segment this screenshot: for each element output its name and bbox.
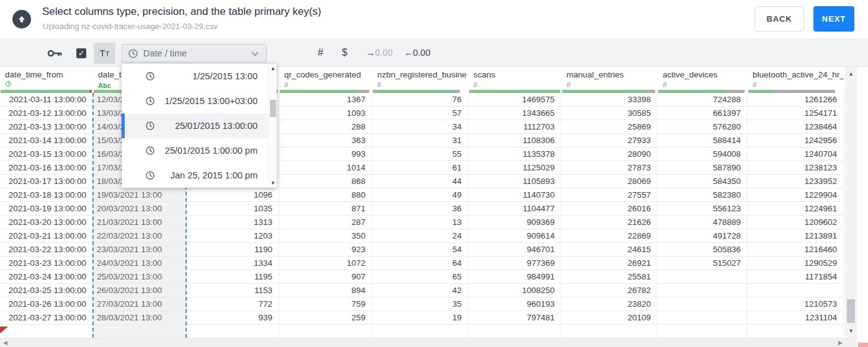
cell[interactable]: 49 [372, 188, 468, 201]
column-header-qr_codes_generated[interactable]: qr_codes_generated# [279, 67, 372, 90]
cell[interactable]: 1195 [186, 270, 279, 283]
cell[interactable]: 1231104 [748, 311, 844, 324]
cell[interactable]: 515027 [658, 257, 748, 270]
cell[interactable]: 27557 [562, 188, 658, 201]
cell[interactable]: 1367 [279, 93, 372, 106]
cell[interactable]: 923 [279, 243, 372, 256]
cell[interactable]: 259 [279, 311, 372, 324]
cell[interactable]: 2021-03-16 13:00:00 [0, 161, 93, 174]
cell[interactable]: 76 [372, 93, 468, 106]
cell[interactable]: 478889 [658, 216, 748, 229]
cell[interactable]: 880 [279, 188, 372, 201]
cell[interactable]: 909369 [468, 216, 562, 229]
cell[interactable]: 584350 [658, 175, 748, 188]
vertical-scrollbar[interactable]: ▲ ▼ [845, 67, 857, 338]
cell[interactable]: 1140730 [468, 188, 562, 201]
cell[interactable]: 26782 [562, 284, 658, 297]
cell[interactable]: 23820 [562, 297, 658, 310]
cell[interactable]: 23/03/2021 13:00 [93, 243, 186, 256]
cell[interactable]: 960193 [468, 297, 562, 310]
cell[interactable]: 2021-03-23 13:00:00 [0, 257, 93, 270]
cell[interactable]: 1242956 [748, 134, 844, 147]
dropdown-item[interactable]: 1/25/2015 13:00+03:00 [122, 89, 268, 113]
cell[interactable]: 2021-03-17 13:00:00 [0, 175, 93, 188]
cell[interactable]: 57 [372, 107, 468, 120]
cell[interactable]: 1233952 [748, 175, 844, 188]
cell[interactable]: 1224961 [748, 202, 844, 215]
column-header-active_devices[interactable]: active_devices# [658, 67, 748, 90]
column-header-nzbn_registered_busine[interactable]: nzbn_registered_busine# [372, 67, 468, 90]
decrease-decimal-icon[interactable]: ←0.00 [404, 39, 431, 66]
cell[interactable]: 1213891 [748, 229, 844, 242]
cell[interactable]: 909614 [468, 229, 562, 242]
cell[interactable]: 594008 [658, 147, 748, 160]
cell[interactable]: 288 [279, 120, 372, 133]
cell[interactable]: 1104477 [468, 202, 562, 215]
boolean-type-checkbox-icon[interactable]: ✓ [76, 48, 86, 58]
back-button[interactable]: BACK [754, 6, 804, 32]
cell[interactable]: 1153 [186, 284, 279, 297]
cell[interactable]: 2021-03-15 13:00:00 [0, 147, 93, 160]
increase-decimal-icon[interactable]: →0.00 [366, 39, 393, 66]
cell[interactable] [658, 284, 748, 297]
column-header-date_time_from[interactable]: date_time_from [0, 67, 93, 90]
cell[interactable]: 907 [279, 270, 372, 283]
cell[interactable]: 24/03/2021 13:00 [93, 257, 186, 270]
cell[interactable]: 1112703 [468, 120, 562, 133]
cell[interactable]: 1240704 [748, 147, 844, 160]
cell[interactable]: 44 [372, 175, 468, 188]
cell[interactable]: 894 [279, 284, 372, 297]
cell[interactable]: 35 [372, 297, 468, 310]
cell[interactable]: 2021-03-11 13:00:00 [0, 93, 93, 106]
cell[interactable]: 1210573 [748, 297, 844, 310]
cell[interactable]: 28090 [562, 147, 658, 160]
vertical-scrollbar-thumb[interactable] [847, 299, 855, 323]
column-header-scans[interactable]: scans# [468, 67, 562, 90]
cell[interactable]: 1008250 [468, 284, 562, 297]
cell[interactable]: 1203 [186, 229, 279, 242]
cell[interactable]: 25869 [562, 120, 658, 133]
cell[interactable]: 939 [186, 311, 279, 324]
cell[interactable]: 505836 [658, 243, 748, 256]
cell[interactable]: 22/03/2021 13:00 [93, 229, 186, 242]
cell[interactable] [658, 297, 748, 310]
primary-key-icon[interactable] [47, 48, 63, 61]
cell[interactable]: 797481 [468, 311, 562, 324]
cell[interactable]: 2021-03-27 13:00:00 [0, 311, 93, 324]
cell[interactable]: 350 [279, 229, 372, 242]
scroll-right-icon[interactable]: ▶ [838, 340, 843, 346]
cell[interactable]: 26016 [562, 202, 658, 215]
cell[interactable]: 25/03/2021 13:00 [93, 270, 186, 283]
cell[interactable]: 42 [372, 284, 468, 297]
cell[interactable]: 28069 [562, 175, 658, 188]
cell[interactable]: 27873 [562, 161, 658, 174]
number-type-icon[interactable]: # [318, 39, 323, 66]
dropdown-scrollbar[interactable]: ▲ ▼ [268, 64, 277, 188]
cell[interactable]: 1313 [186, 216, 279, 229]
cell[interactable]: 588414 [658, 134, 748, 147]
cell[interactable]: 65 [372, 270, 468, 283]
dropdown-item[interactable]: Jan 25, 2015 1:00 pm [122, 163, 268, 188]
cell[interactable] [658, 311, 748, 324]
cell[interactable]: 1469575 [468, 93, 562, 106]
cell[interactable]: 977369 [468, 257, 562, 270]
cell[interactable]: 19 [372, 311, 468, 324]
column-header-manual_entries[interactable]: manual_entries# [562, 67, 658, 90]
cell[interactable]: 556123 [658, 202, 748, 215]
cell[interactable]: 30585 [562, 107, 658, 120]
cell[interactable]: 993 [279, 147, 372, 160]
cell[interactable]: 1238464 [748, 120, 844, 133]
cell[interactable]: 1343665 [468, 107, 562, 120]
cell[interactable] [748, 284, 844, 297]
cell[interactable]: 1209602 [748, 216, 844, 229]
cell[interactable]: 21/03/2021 13:00 [93, 216, 186, 229]
cell[interactable]: 26/03/2021 13:00 [93, 284, 186, 297]
dropdown-item[interactable]: 25/01/2015 1:00:00 pm [122, 138, 268, 163]
cell[interactable]: 21626 [562, 216, 658, 229]
cell[interactable]: 2021-03-25 13:00:00 [0, 284, 93, 297]
cell[interactable]: 55 [372, 147, 468, 160]
cell[interactable]: 31 [372, 134, 468, 147]
cell[interactable]: 984991 [468, 270, 562, 283]
cell[interactable]: 61 [372, 161, 468, 174]
cell[interactable]: 34 [372, 120, 468, 133]
